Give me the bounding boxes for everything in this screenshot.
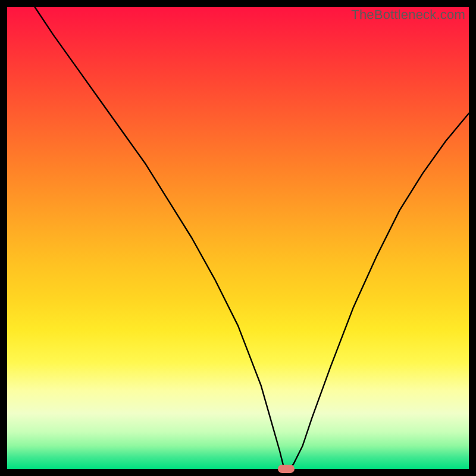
bottleneck-curve bbox=[7, 7, 469, 469]
chart-frame: TheBottleneck.com bbox=[0, 0, 476, 476]
optimum-marker bbox=[278, 465, 295, 473]
plot-area: TheBottleneck.com bbox=[7, 7, 469, 469]
